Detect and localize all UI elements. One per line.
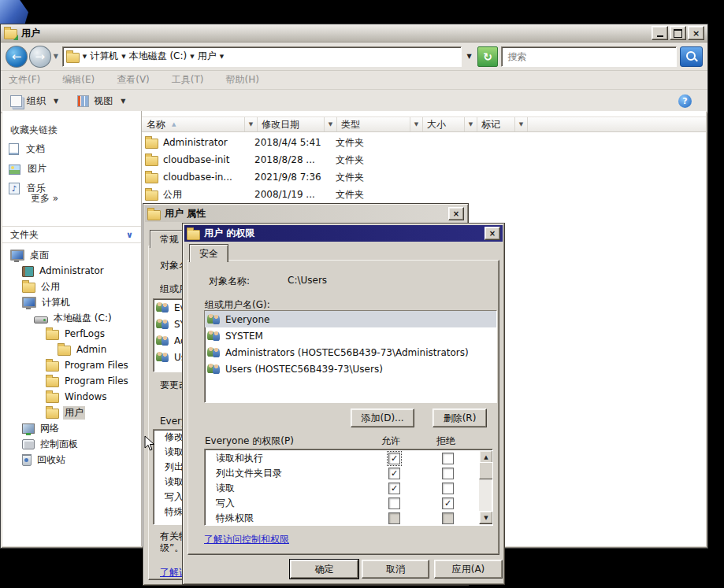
minimize-button[interactable] xyxy=(652,26,668,40)
close-button[interactable]: × xyxy=(688,26,704,40)
tree-item-computer[interactable]: 计算机 xyxy=(2,294,141,310)
menu-tools[interactable]: 工具(T) xyxy=(172,73,204,87)
forward-button[interactable]: → xyxy=(29,46,51,68)
group-administrators[interactable]: Administrators (HOSTEC56B439-73\Administ… xyxy=(205,344,496,361)
crumb-separator-icon[interactable]: ▼ xyxy=(121,54,125,60)
crumb-disk-c[interactable]: 本地磁盘 (C:) xyxy=(129,50,187,63)
allow-checkbox[interactable] xyxy=(388,468,400,479)
folders-band[interactable]: 文件夹 ∨ xyxy=(2,226,141,243)
allow-checkbox[interactable] xyxy=(388,512,400,524)
column-name[interactable]: 名称▲ xyxy=(142,117,244,131)
crumb-separator-icon[interactable]: ▼ xyxy=(83,54,87,60)
add-button[interactable]: 添加(D)... xyxy=(351,409,414,427)
file-row-public[interactable]: 公用 2008/1/19 ... 文件夹 xyxy=(142,186,706,203)
deny-checkbox[interactable] xyxy=(442,468,454,479)
allow-checkbox[interactable] xyxy=(388,453,400,464)
ok-button[interactable]: 确定 xyxy=(290,560,358,579)
group-system[interactable]: SYSTEM xyxy=(205,327,496,344)
column-name-filter-icon[interactable]: ▼ xyxy=(244,117,258,131)
crumb-computer[interactable]: 计算机 xyxy=(90,50,118,63)
remove-button[interactable]: 删除(R) xyxy=(433,409,487,427)
window-controls: × xyxy=(652,26,704,40)
column-size-filter-icon[interactable]: ▼ xyxy=(464,117,477,131)
permissions-close-button[interactable]: × xyxy=(485,227,500,240)
allow-checkbox[interactable] xyxy=(388,483,400,494)
crumb-separator-icon[interactable]: ▼ xyxy=(190,54,194,60)
permissions-titlebar[interactable]: 用户 的权限 × xyxy=(184,225,503,242)
tree-item-windows[interactable]: Windows xyxy=(2,389,141,405)
tree-item-disk-c[interactable]: 本地磁盘 (C:) xyxy=(2,310,141,326)
explorer-titlebar[interactable]: 用户 × xyxy=(1,24,707,43)
menu-view[interactable]: 查看(V) xyxy=(117,73,150,87)
crumb-users[interactable]: 用户 xyxy=(198,50,217,63)
favorite-documents[interactable]: 文档 xyxy=(9,139,141,159)
group-users[interactable]: Users (HOSTEC56B439-73\Users) xyxy=(205,361,496,377)
column-date[interactable]: 修改日期 xyxy=(257,117,324,131)
folder-icon xyxy=(22,283,35,293)
properties-close-button[interactable]: × xyxy=(448,207,464,220)
tree-item-desktop[interactable]: 桌面 xyxy=(2,247,141,263)
apply-button[interactable]: 应用(A) xyxy=(434,560,503,579)
folder-icon xyxy=(46,330,59,340)
tree-item-administrator[interactable]: Administrator xyxy=(2,263,141,279)
deny-checkbox[interactable] xyxy=(442,453,454,464)
tree-item-control-panel[interactable]: 控制面板 xyxy=(2,436,141,452)
tree-item-public[interactable]: 公用 xyxy=(2,279,141,294)
scroll-thumb[interactable] xyxy=(479,462,493,479)
crumb-separator-icon[interactable]: ▼ xyxy=(220,54,224,60)
file-row-administrator[interactable]: Administrator 2018/4/4 5:41 文件夹 xyxy=(142,134,706,151)
tree-item-program-files-2[interactable]: Program Files xyxy=(2,373,141,389)
mouse-cursor xyxy=(144,435,155,452)
group-icon xyxy=(156,302,169,312)
menu-help[interactable]: 帮助(H) xyxy=(226,73,259,87)
chevron-down-icon: ∨ xyxy=(126,230,133,240)
search-button[interactable] xyxy=(680,46,703,67)
favorite-label: 图片 xyxy=(28,162,46,176)
desktop-icon-partial[interactable] xyxy=(0,0,28,24)
window-folder-icon xyxy=(4,29,17,39)
favorite-music[interactable]: ♪ 音乐 xyxy=(9,179,141,198)
back-button[interactable]: ← xyxy=(6,46,28,68)
tree-item-admin[interactable]: Admin xyxy=(2,342,141,357)
menu-file[interactable]: 文件(F) xyxy=(9,73,40,87)
scroll-down-icon[interactable]: ▼ xyxy=(479,511,493,524)
tree-item-program-files[interactable]: Program Files xyxy=(2,357,141,373)
tree-item-recycle-bin[interactable]: 回收站 xyxy=(2,452,141,468)
properties-titlebar[interactable]: 用户 属性 × xyxy=(145,205,466,222)
more-link[interactable]: 更多 » xyxy=(31,192,58,205)
group-icon xyxy=(156,335,169,346)
tree-item-users[interactable]: 用户 xyxy=(2,405,141,420)
cancel-button[interactable]: 取消 xyxy=(362,560,429,579)
help-button[interactable]: ? xyxy=(678,94,692,108)
group-everyone[interactable]: Everyone xyxy=(205,311,496,327)
file-row-cloudbase-init[interactable]: cloudbase-init 2018/8/28 ... 文件夹 xyxy=(142,151,706,168)
menu-edit[interactable]: 编辑(E) xyxy=(62,73,95,87)
acl-help-link[interactable]: 了解访问控制和权限 xyxy=(204,533,289,546)
deny-checkbox[interactable] xyxy=(442,512,454,524)
breadcrumb[interactable]: ▼ 计算机 ▼ 本地磁盘 (C:) ▼ 用户 ▼ xyxy=(62,46,462,67)
file-row-cloudbase-in2[interactable]: cloudbase-in... 2021/9/8 7:36 文件夹 xyxy=(142,168,706,186)
tree-item-perflogs[interactable]: PerfLogs xyxy=(2,326,141,342)
nav-history-chevron-icon[interactable]: ▼ xyxy=(54,53,58,60)
address-dropdown-icon[interactable]: ▼ xyxy=(464,53,475,60)
search-input[interactable] xyxy=(506,50,672,63)
refresh-button[interactable]: ↻ xyxy=(477,46,499,67)
column-type-filter-icon[interactable]: ▼ xyxy=(410,117,423,131)
favorites-list: 文档 图片 ♪ 音乐 xyxy=(9,139,141,198)
deny-checkbox[interactable] xyxy=(442,497,454,509)
tree-item-network[interactable]: 网络 xyxy=(2,420,141,436)
perm-row-read-execute: 读取和执行 xyxy=(205,451,492,466)
organize-button[interactable]: 组织 ▼ xyxy=(7,93,61,109)
deny-checkbox[interactable] xyxy=(442,483,454,494)
column-tags[interactable]: 标记 xyxy=(477,117,514,131)
column-type[interactable]: 类型 xyxy=(336,117,410,131)
maximize-button[interactable] xyxy=(670,26,686,40)
views-button[interactable]: 视图 ▼ xyxy=(74,93,128,109)
tab-security[interactable]: 安全 xyxy=(189,244,228,262)
allow-checkbox[interactable] xyxy=(388,497,400,509)
column-tags-filter-icon[interactable]: ▼ xyxy=(514,117,528,131)
sort-ascending-icon: ▲ xyxy=(172,121,176,128)
column-size[interactable]: 大小 xyxy=(422,117,464,131)
column-date-filter-icon[interactable]: ▼ xyxy=(324,117,337,131)
favorite-pictures[interactable]: 图片 xyxy=(9,159,141,179)
